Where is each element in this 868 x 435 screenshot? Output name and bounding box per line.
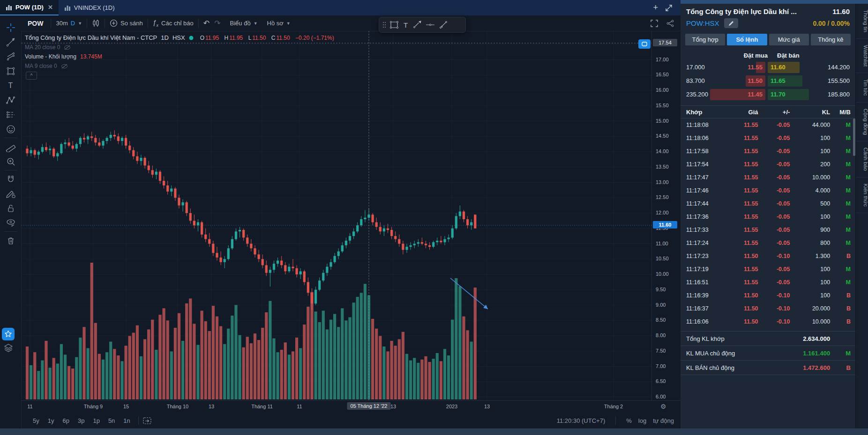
trend-line-tool[interactable] <box>0 35 21 49</box>
legend-exchange[interactable]: HSX <box>172 33 185 43</box>
drag-handle-icon[interactable] <box>382 21 387 29</box>
range-button-5y[interactable]: 5y <box>29 417 44 424</box>
legend-interval[interactable]: 1D <box>161 33 169 43</box>
trade-row[interactable]: 11:18:0811.55-0.0544.000M <box>681 118 855 132</box>
magnet-tool[interactable] <box>0 172 21 186</box>
goto-date-icon[interactable] <box>142 416 152 425</box>
expand-icon[interactable] <box>666 5 672 11</box>
trade-row[interactable]: 11:17:4711.55-0.0510.000M <box>681 171 855 184</box>
trade-row[interactable]: 11:16:5111.55-0.05100M <box>681 276 855 289</box>
side-tab-kiến-thức[interactable]: Kiến thức <box>856 177 868 213</box>
visibility-off-icon[interactable] <box>61 63 68 69</box>
object-tree-button[interactable] <box>4 343 13 353</box>
range-button-6p[interactable]: 6p <box>58 417 73 424</box>
rect-select-icon[interactable] <box>389 20 400 29</box>
trade-row[interactable]: 11:16:0611.50-0.1010.000B <box>681 315 855 328</box>
text-tool[interactable]: T <box>0 78 21 93</box>
trade-row[interactable]: 11:17:5811.55-0.05100M <box>681 145 855 158</box>
time-axis[interactable]: ⚙ 11Tháng 915Tháng 1013Tháng 111105 Thán… <box>21 400 681 413</box>
chart-style-button[interactable] <box>87 15 105 31</box>
auto-scale-button[interactable]: tự động <box>653 417 674 424</box>
redo-button[interactable]: ↷ <box>214 15 225 31</box>
trade-row[interactable]: 11:17:3311.55-0.05900M <box>681 223 855 236</box>
arrow-line-icon[interactable] <box>412 20 423 29</box>
range-button-1p[interactable]: 1p <box>89 417 104 424</box>
profile-menu-button[interactable]: Hồ sơ ▼ <box>262 15 295 31</box>
share-icon[interactable] <box>666 20 674 27</box>
range-button-5n[interactable]: 5n <box>104 417 119 424</box>
add-tab-icon[interactable]: + <box>653 3 658 13</box>
trade-row[interactable]: 11:16:3711.50-0.1020.000B <box>681 302 855 315</box>
instrument-title[interactable]: Tổng Công ty Điện lực Dầu khí Việt Nam -… <box>25 33 157 43</box>
shapes-tool[interactable] <box>0 64 21 78</box>
clock[interactable]: 11:20:30 (UTC+7) <box>557 417 605 424</box>
favorites-star-button[interactable] <box>2 328 15 340</box>
pattern-tool[interactable] <box>0 93 21 107</box>
measure-tool[interactable] <box>0 140 21 154</box>
zoom-in-tool[interactable] <box>0 154 21 169</box>
panel-tab-mức-giá[interactable]: Mức giá <box>769 34 809 45</box>
panel-tab-tổng-hợp[interactable]: Tổng hợp <box>685 34 725 45</box>
panel-tab-sổ-lệnh[interactable]: Sổ lệnh <box>727 34 767 45</box>
trade-row[interactable]: 11:17:5411.55-0.05200M <box>681 158 855 171</box>
price-tick: 16.50 <box>656 72 669 77</box>
side-tab-watchlist[interactable]: Watchlist <box>856 39 868 73</box>
settings-gear-icon[interactable]: ⚙ <box>660 403 666 410</box>
side-tab-cộng-đồng[interactable]: Cộng đồng <box>856 103 868 141</box>
trend-angle-icon[interactable] <box>438 20 449 29</box>
candlestick-chart[interactable] <box>21 31 651 400</box>
text-annotation-icon[interactable]: T <box>402 21 410 29</box>
percent-scale-button[interactable]: % <box>626 417 632 424</box>
side-tab-tin-tức[interactable]: Tin tức <box>856 73 868 102</box>
panel-scrollbar[interactable] <box>853 118 855 156</box>
panel-symbol[interactable]: POW:HSX <box>686 19 719 27</box>
book-row[interactable]: 17.00011.5511.60144.200 <box>681 61 855 74</box>
legend-collapse-button[interactable]: ^ <box>26 72 37 80</box>
forecast-tool[interactable] <box>0 107 21 122</box>
book-row[interactable]: 235.20011.4511.70185.800 <box>681 88 855 102</box>
trade-row[interactable]: 11:17:1911.55-0.05100M <box>681 263 855 276</box>
trade-row[interactable]: 11:16:3911.50-0.10100B <box>681 289 855 302</box>
interval-button[interactable]: 30m D ▼ <box>51 15 87 31</box>
range-button-3p[interactable]: 3p <box>74 417 89 424</box>
trade-row[interactable]: 11:18:0611.55-0.05100M <box>681 132 855 145</box>
compare-button[interactable]: So sánh <box>105 15 148 31</box>
visibility-off-icon[interactable] <box>64 44 71 51</box>
undo-button[interactable]: ↶ <box>199 15 214 31</box>
symbol-button[interactable]: POW <box>21 20 51 27</box>
chart-menu-button[interactable]: Biểu đồ ▼ <box>225 15 262 31</box>
fullscreen-icon[interactable] <box>651 20 658 27</box>
remove-drawings-tool[interactable] <box>0 233 21 248</box>
fib-tool[interactable] <box>0 49 21 64</box>
edit-symbol-button[interactable] <box>724 18 738 28</box>
hide-drawings-tool[interactable] <box>0 215 21 230</box>
trade-row[interactable]: 11:17:4411.55-0.05500M <box>681 197 855 210</box>
panel-tab-thống-kê[interactable]: Thống kê <box>811 34 851 45</box>
draw-lock-tool[interactable] <box>0 186 21 201</box>
side-tab-thông-tin[interactable]: Thông tin <box>856 4 868 39</box>
ma9-label[interactable]: MA 9 close 0 <box>25 61 57 71</box>
emoji-tool[interactable] <box>0 122 21 136</box>
trade-row[interactable]: 11:17:4611.55-0.054.000M <box>681 184 855 197</box>
crosshair-tool[interactable] <box>0 20 21 35</box>
horizontal-line-icon[interactable] <box>425 20 436 29</box>
range-button-1n[interactable]: 1n <box>119 417 134 424</box>
log-scale-button[interactable]: log <box>638 417 646 424</box>
book-row[interactable]: 83.70011.5011.65155.500 <box>681 74 855 88</box>
indicators-button[interactable]: ƒx Các chỉ báo <box>148 15 198 31</box>
ma20-label[interactable]: MA 20 close 0 <box>25 43 60 52</box>
range-button-1y[interactable]: 1y <box>44 417 59 424</box>
trade-row[interactable]: 11:17:2311.50-0.101.300B <box>681 250 855 263</box>
tab-pow[interactable]: POW (1D) ✕ <box>0 0 59 15</box>
side-tab-cảnh-báo[interactable]: Cảnh báo <box>856 141 868 177</box>
add-alert-button[interactable] <box>638 39 651 49</box>
close-icon[interactable]: ✕ <box>48 4 53 11</box>
time-tick: 11 <box>297 404 302 409</box>
lock-tool[interactable] <box>0 201 21 215</box>
volume-label[interactable]: Volume - Khối lượng <box>25 52 76 61</box>
price-axis[interactable]: 18.0017.5017.0016.5016.0015.5015.0014.50… <box>651 31 681 400</box>
trade-row[interactable]: 11:17:3611.55-0.05100M <box>681 210 855 223</box>
chart-canvas[interactable] <box>21 31 651 400</box>
trade-row[interactable]: 11:17:2411.55-0.05800M <box>681 236 855 250</box>
tab-vnindex[interactable]: VNINDEX (1D) <box>59 0 120 15</box>
